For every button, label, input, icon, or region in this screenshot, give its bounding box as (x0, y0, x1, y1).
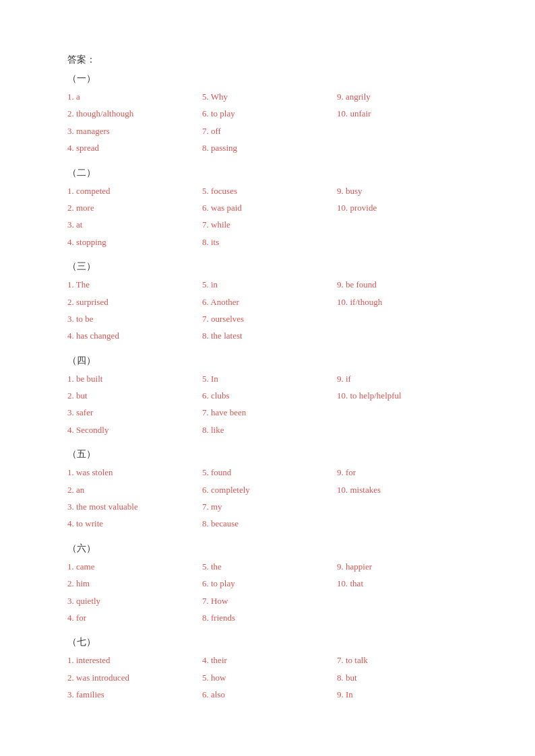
answer-item: 5. focuses (202, 183, 337, 199)
answer-item: 6. was paid (202, 200, 337, 215)
answer-item: 10. to help/helpful (337, 388, 472, 403)
answer-item: 6. also (202, 687, 337, 702)
section-header-2: （二） (67, 167, 468, 179)
answer-item: 1. competed (67, 183, 202, 199)
answer-item: 9. angrily (337, 89, 472, 104)
answer-item: 8. passing (202, 140, 337, 156)
answer-item: 7. How (202, 593, 337, 609)
answer-item: 1. came (67, 559, 202, 574)
section-5: （五）1. was stolen5. found9. for2. an6. co… (67, 448, 468, 532)
answer-item: 9. for (337, 465, 472, 480)
section-header-7: （七） (67, 636, 468, 648)
answer-item: 9. In (337, 687, 472, 702)
answer-item: 1. was stolen (67, 465, 202, 480)
answer-item: 5. found (202, 465, 337, 480)
answer-item: 6. completely (202, 482, 337, 497)
answer-item: 7. ourselves (202, 311, 337, 327)
answer-item (337, 234, 472, 250)
answer-item: 9. happier (337, 559, 472, 574)
answer-item: 4. for (67, 610, 202, 625)
answer-item: 4. spread (67, 140, 202, 156)
answer-item: 10. mistakes (337, 482, 472, 497)
answer-item: 5. in (202, 277, 337, 292)
section-2: （二）1. competed5. focuses9. busy2. more6.… (67, 167, 468, 250)
answer-item: 2. though/although (67, 106, 202, 121)
section-3: （三）1. The5. in9. be found2. surprised6. … (67, 261, 468, 344)
answer-item: 5. how (202, 670, 337, 685)
answer-item (337, 593, 472, 609)
answer-item: 1. a (67, 89, 202, 104)
answer-item: 8. the latest (202, 328, 337, 343)
answer-item (337, 499, 472, 514)
answer-item: 3. the most valuable (67, 499, 202, 514)
answer-item: 2. but (67, 388, 202, 403)
answer-item: 5. the (202, 559, 337, 574)
answer-item: 7. have been (202, 405, 337, 420)
answer-item: 8. because (202, 516, 337, 531)
answer-item: 5. Why (202, 89, 337, 104)
answer-item: 10. unfair (337, 106, 472, 121)
answer-item (337, 328, 472, 343)
section-header-6: （六） (67, 543, 468, 555)
answers-grid-7: 1. interested4. their7. to talk2. was in… (67, 652, 468, 702)
answer-item: 9. busy (337, 183, 472, 199)
answer-item (337, 140, 472, 156)
answers-grid-5: 1. was stolen5. found9. for2. an6. compl… (67, 465, 468, 532)
answer-item: 4. to write (67, 516, 202, 531)
answer-item: 10. provide (337, 200, 472, 215)
answer-item (337, 311, 472, 327)
answers-grid-4: 1. be built5. In9. if2. but6. clubs10. t… (67, 371, 468, 438)
answer-item: 5. In (202, 371, 337, 386)
section-4: （四）1. be built5. In9. if2. but6. clubs10… (67, 355, 468, 438)
section-header-1: （一） (67, 73, 468, 85)
answer-item: 8. friends (202, 610, 337, 625)
answer-item: 7. while (202, 217, 337, 232)
answer-item: 4. stopping (67, 234, 202, 250)
answers-grid-2: 1. competed5. focuses9. busy2. more6. wa… (67, 183, 468, 250)
answer-item: 4. has changed (67, 328, 202, 343)
answer-item: 2. surprised (67, 294, 202, 310)
answer-item: 3. managers (67, 123, 202, 139)
answer-item: 7. to talk (337, 652, 472, 668)
answer-item (337, 422, 472, 438)
answer-item: 3. at (67, 217, 202, 232)
answer-item: 10. that (337, 576, 472, 591)
answer-item: 10. if/though (337, 294, 472, 310)
page-title: 答案： (67, 54, 468, 66)
section-header-4: （四） (67, 355, 468, 367)
answer-item: 9. if (337, 371, 472, 386)
answer-item: 1. The (67, 277, 202, 292)
answer-item: 6. Another (202, 294, 337, 310)
answer-item: 3. quietly (67, 593, 202, 609)
answer-item: 8. like (202, 422, 337, 438)
answer-item: 2. more (67, 200, 202, 215)
answers-grid-1: 1. a5. Why9. angrily2. though/although6.… (67, 89, 468, 156)
section-6: （六）1. came5. the9. happier2. him6. to pl… (67, 543, 468, 626)
answer-item: 3. safer (67, 405, 202, 420)
answer-item: 2. an (67, 482, 202, 497)
answer-item (337, 405, 472, 420)
answer-item: 2. him (67, 576, 202, 591)
section-7: （七）1. interested4. their7. to talk2. was… (67, 636, 468, 702)
answer-item: 9. be found (337, 277, 472, 292)
answer-item: 3. to be (67, 311, 202, 327)
answer-item: 2. was introduced (67, 670, 202, 685)
section-1: （一）1. a5. Why9. angrily2. though/althoug… (67, 73, 468, 156)
answer-item: 8. but (337, 670, 472, 685)
section-header-5: （五） (67, 448, 468, 460)
answer-item: 8. its (202, 234, 337, 250)
answer-item (337, 610, 472, 625)
answer-item: 4. their (202, 652, 337, 668)
answer-item: 1. be built (67, 371, 202, 386)
answers-grid-6: 1. came5. the9. happier2. him6. to play1… (67, 559, 468, 626)
answer-item: 6. to play (202, 576, 337, 591)
answer-item (337, 123, 472, 139)
answer-item: 6. to play (202, 106, 337, 121)
answer-item: 7. my (202, 499, 337, 514)
answer-item (337, 516, 472, 531)
answers-grid-3: 1. The5. in9. be found2. surprised6. Ano… (67, 277, 468, 344)
answer-item (337, 217, 472, 232)
answer-item: 7. off (202, 123, 337, 139)
answer-item: 4. Secondly (67, 422, 202, 438)
section-header-3: （三） (67, 261, 468, 273)
